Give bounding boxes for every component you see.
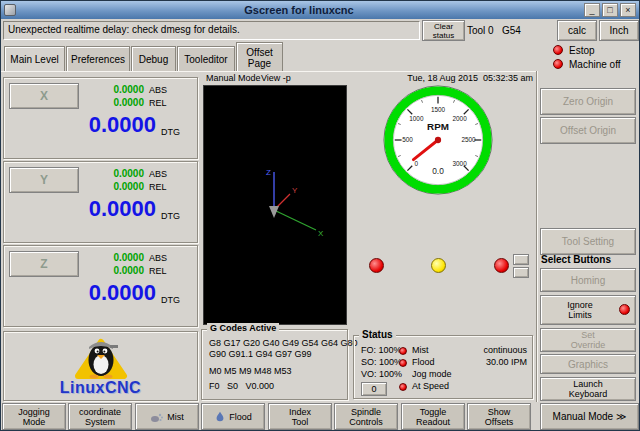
axis-z-dtg-label: DTG [161,295,180,305]
axis-z-abs-label: ABS [149,253,167,263]
gauge-tick-0: 0 [415,160,419,167]
view-label[interactable]: View -p [261,73,291,83]
axis-z-dtg-value: 0.0000 [6,280,156,306]
index-tool-button[interactable]: Index Tool [268,403,332,430]
gcodes-title: G Codes Active [207,323,279,333]
spindle-reverse-led [369,258,384,273]
calc-button[interactable]: calc [557,20,597,41]
show-offsets-button[interactable]: Show Offsets [467,403,531,430]
mist-led [399,347,407,355]
axis-z-abs-value: 0.0000 [84,252,144,263]
machine-off-label: Machine off [569,59,621,70]
spindle-controls-button[interactable]: Spindle Controls [334,403,398,430]
tux-penguin-logo [66,333,136,379]
rpm-gauge: 0 500 1000 1500 2000 2500 3000 RPM 0.0 [379,81,497,199]
zero-origin-button[interactable]: Zero Origin [540,88,636,115]
tab-main-level[interactable]: Main Level [4,46,65,72]
coord-system-label: G54 [502,25,521,36]
jogging-mode-button[interactable]: Jogging Mode [2,403,66,430]
axis-frame-z: Z 0.0000 ABS 0.0000 REL 0.0000 DTG [3,245,198,327]
jog-mode-label: Jog mode [412,369,452,379]
mist-button-label: Mist [167,412,184,422]
gauge-tick-1500: 1500 [431,106,446,113]
axis-frame-x: X 0.0000 ABS 0.0000 REL 0.0000 DTG [3,77,198,159]
axis-y-abs-value: 0.0000 [84,168,144,179]
estop-led [553,45,563,55]
jog-mode-value: continuous [450,345,527,355]
axis-y-rel-value: 0.0000 [84,181,144,192]
coordinate-system-button[interactable]: coordinate System [68,403,132,430]
flood-led [399,359,407,367]
notebook-top-edge [1,71,537,72]
rpm-gauge-title: RPM [427,121,449,132]
spindle-speed-down-button[interactable] [513,267,529,278]
flood-button-label: Flood [229,412,252,422]
tool-label: Tool 0 [467,25,494,36]
axis-select-z-button[interactable]: Z [9,251,79,277]
flood-icon [214,410,226,423]
axis-select-y-button[interactable]: Y [9,167,79,193]
velocity-override-label: VO: 100% [361,369,402,379]
status-message: Unexpected realtime delay: check dmesg f… [3,21,420,40]
maximize-button[interactable]: □ [602,3,618,17]
tool-setting-button[interactable]: Tool Setting [540,228,636,255]
jog-increment-spinbox[interactable]: 0 [361,382,387,396]
offset-origin-button[interactable]: Offset Origin [540,117,636,144]
manual-mode-button[interactable]: Manual Mode ≫ [540,403,639,430]
axis-x-abs-label: ABS [149,85,167,95]
clear-status-button[interactable]: Clear status [422,20,465,41]
axis-x-abs-value: 0.0000 [84,84,144,95]
tab-tooleditor[interactable]: Tooleditor [177,46,235,72]
spindle-speed-up-button[interactable] [513,254,529,265]
app-icon [4,4,16,16]
spindle-stop-led [431,258,446,273]
jog-rate-value: 30.00 IPM [450,357,527,367]
gremlin-3d-view[interactable]: Z Y X [203,85,347,325]
rpm-gauge-value: 0.0 [432,166,444,176]
flood-status-label: Flood [412,357,435,367]
gcode-line-1: G8 G17 G20 G40 G49 G54 G64 G80 [209,338,358,348]
axis-y-abs-label: ABS [149,169,167,179]
feed-override-label: FO: 100% [361,345,402,355]
axis-select-x-button[interactable]: X [9,83,79,109]
gauge-tick-1000: 1000 [409,115,424,122]
axis-x-dtg-value: 0.0000 [6,112,156,138]
mist-status-label: Mist [412,345,429,355]
minimize-button[interactable]: _ [584,3,600,17]
axis-frame-y: Y 0.0000 ABS 0.0000 REL 0.0000 DTG [3,161,198,243]
axis-y-dtg-label: DTG [161,211,180,221]
mist-icon [150,411,164,423]
linuxcnc-logo-text: LinuxCNC [4,379,197,397]
graphics-button[interactable]: Graphics [540,354,636,374]
set-override-button[interactable]: Set Override [540,328,636,352]
spindle-forward-led [494,258,509,273]
ignore-limits-led [619,304,630,315]
gauge-tick-2500: 2500 [461,136,476,143]
axis-z-rel-value: 0.0000 [84,265,144,276]
close-button[interactable]: × [620,3,636,17]
window-title: Gscreen for linuxcnc [16,4,582,16]
launch-keyboard-button[interactable]: Launch Keyboard [540,377,636,401]
machine-off-button[interactable]: Machine off [541,57,639,71]
tab-offset-page[interactable]: Offset Page [236,42,283,72]
tab-debug[interactable]: Debug [131,46,176,72]
gcode-line-2: G90 G91.1 G94 G97 G99 [209,349,312,359]
toggle-readout-button[interactable]: Toggle Readout [401,403,465,430]
triad-y-label: Y [292,186,298,195]
inch-button[interactable]: Inch [599,20,639,41]
estop-button[interactable]: Estop [541,43,639,57]
axis-x-dtg-label: DTG [161,127,180,137]
axis-y-rel-label: REL [149,182,167,192]
homing-button[interactable]: Homing [540,268,636,292]
flood-button[interactable]: Flood [201,403,265,430]
axis-x-rel-label: REL [149,98,167,108]
gcodes-frame: G Codes Active G8 G17 G20 G40 G49 G54 G6… [201,329,348,400]
axes-triad: Z Y X [232,162,336,258]
axis-x-rel-value: 0.0000 [84,97,144,108]
tab-preferences[interactable]: Preferences [66,46,130,72]
mist-button[interactable]: Mist [135,403,199,430]
status-title: Status [359,329,396,340]
sidebar-divider-highlight [537,71,538,402]
spindle-override-label: SO: 100% [361,357,402,367]
status-frame: Status FO: 100% SO: 100% VO: 100% 0 Mist… [353,335,533,399]
